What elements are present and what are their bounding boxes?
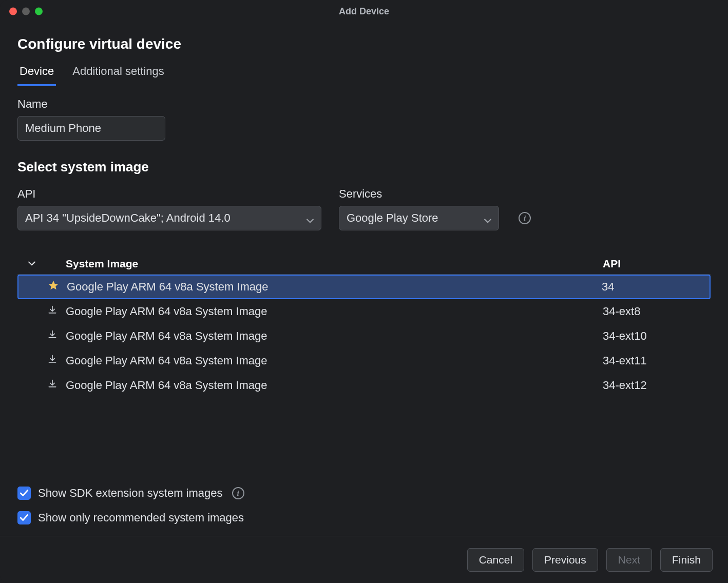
table-row[interactable]: Google Play ARM 64 v8a System Image34-ex… [17, 324, 711, 348]
dialog-footer: Cancel Previous Next Finish [0, 536, 728, 583]
finish-button[interactable]: Finish [660, 548, 713, 572]
info-icon[interactable]: i [232, 487, 244, 499]
show-sdk-extension-checkbox-row: Show SDK extension system images i [17, 487, 711, 500]
download-icon[interactable] [47, 305, 58, 318]
chevron-down-icon [484, 215, 491, 222]
table-header: System Image API [17, 253, 711, 275]
window-title: Add Device [8, 6, 720, 17]
system-image-table: System Image API Google Play ARM 64 v8a … [17, 253, 711, 456]
chevron-down-icon [306, 215, 314, 222]
row-api: 34-ext12 [603, 379, 705, 392]
show-recommended-checkbox[interactable] [17, 511, 31, 524]
row-name: Google Play ARM 64 v8a System Image [65, 280, 602, 294]
maximize-window-button[interactable] [35, 8, 43, 15]
download-icon[interactable] [47, 329, 58, 343]
add-device-dialog: Add Device Configure virtual device Devi… [0, 0, 728, 583]
row-api: 34-ext11 [603, 354, 705, 367]
table-row[interactable]: Google Play ARM 64 v8a System Image34 [17, 275, 711, 299]
api-dropdown[interactable]: API 34 "UpsideDownCake"; Android 14.0 [17, 206, 321, 230]
window-controls [9, 8, 43, 15]
row-name: Google Play ARM 64 v8a System Image [64, 305, 603, 318]
table-row[interactable]: Google Play ARM 64 v8a System Image34-ex… [17, 299, 711, 324]
collapse-toggle[interactable] [28, 258, 35, 270]
select-system-image-title: Select system image [17, 159, 711, 175]
info-icon[interactable]: i [519, 212, 531, 224]
name-input[interactable] [17, 116, 165, 141]
header-system-image[interactable]: System Image [64, 258, 603, 270]
show-recommended-label: Show only recommended system images [38, 511, 244, 524]
row-name: Google Play ARM 64 v8a System Image [64, 329, 603, 343]
tab-device[interactable]: Device [17, 63, 56, 86]
close-window-button[interactable] [9, 8, 17, 15]
show-recommended-checkbox-row: Show only recommended system images [17, 511, 711, 524]
star-icon [48, 280, 59, 294]
row-api: 34-ext8 [603, 305, 705, 318]
next-button: Next [606, 548, 652, 572]
header-api[interactable]: API [603, 258, 705, 270]
tab-bar: Device Additional settings [17, 63, 711, 86]
services-dropdown-value: Google Play Store [347, 211, 438, 225]
name-label: Name [17, 98, 711, 111]
download-icon[interactable] [47, 354, 58, 367]
page-title: Configure virtual device [17, 36, 711, 52]
dialog-content: Configure virtual device Device Addition… [0, 23, 728, 536]
row-api: 34 [602, 280, 704, 294]
services-label: Services [339, 187, 499, 201]
previous-button[interactable]: Previous [532, 548, 598, 572]
cancel-button[interactable]: Cancel [467, 548, 524, 572]
api-label: API [17, 187, 321, 201]
download-icon[interactable] [47, 379, 58, 392]
table-row[interactable]: Google Play ARM 64 v8a System Image34-ex… [17, 348, 711, 373]
tab-additional-settings[interactable]: Additional settings [70, 63, 166, 86]
minimize-window-button[interactable] [22, 8, 30, 15]
show-sdk-extension-label: Show SDK extension system images [38, 487, 223, 500]
row-name: Google Play ARM 64 v8a System Image [64, 379, 603, 392]
table-row[interactable]: Google Play ARM 64 v8a System Image34-ex… [17, 373, 711, 398]
row-api: 34-ext10 [603, 329, 705, 343]
show-sdk-extension-checkbox[interactable] [17, 487, 31, 500]
row-name: Google Play ARM 64 v8a System Image [64, 354, 603, 367]
services-dropdown[interactable]: Google Play Store [339, 206, 499, 230]
titlebar: Add Device [0, 0, 728, 23]
api-dropdown-value: API 34 "UpsideDownCake"; Android 14.0 [25, 211, 231, 225]
